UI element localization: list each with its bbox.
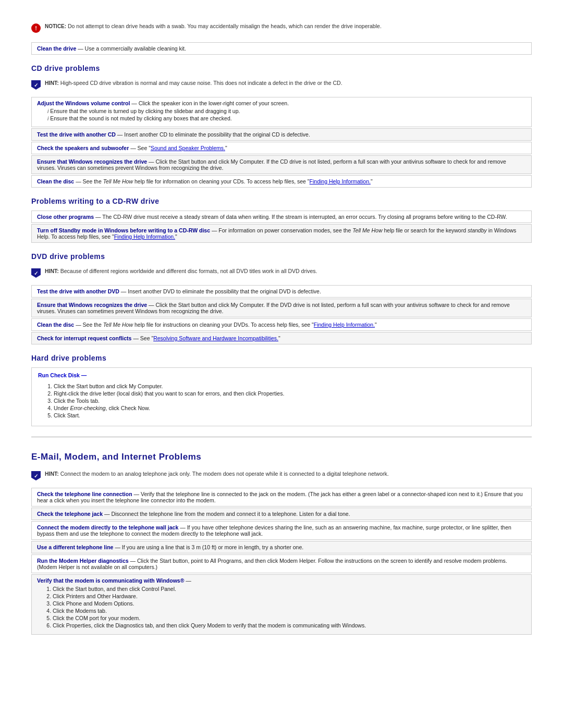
email-verify-step6: Click Properties, click the Diagnostics … <box>53 622 526 628</box>
notice-text: NOTICE: Do not attempt to clean drive he… <box>45 23 382 29</box>
cd-hint-box: ✓ HINT: High-speed CD drive vibration is… <box>31 78 532 92</box>
clean-drive-rest: — Use a commercially available cleaning … <box>78 45 186 52</box>
cdrw-section-title: Problems writing to a CD-RW drive <box>31 197 532 205</box>
dvd-hint-icon: ✓ <box>31 268 41 278</box>
dvd-row-test: Test the drive with another DVD — Insert… <box>31 285 532 298</box>
cd-row-speakers: Check the speakers and subwoofer — See "… <box>31 142 532 154</box>
cd-row-test: Test the drive with another CD — Insert … <box>31 128 532 141</box>
cd-row-recognize-bold: Ensure that Windows recognizes the drive <box>37 158 147 165</box>
email-row-diff-line: Use a different telephone line — If you … <box>31 541 532 553</box>
email-verify-step5: Click the COM port for your modem. <box>53 615 526 621</box>
email-phone-connection-bold: Check the telephone line connection <box>37 491 132 497</box>
dvd-hint-text: HINT: Because of different regions world… <box>45 268 317 274</box>
email-row-modem-helper: Run the Modem Helper diagnostics — Click… <box>31 554 532 573</box>
dvd-row-test-bold: Test the drive with another DVD <box>37 288 119 294</box>
email-modem-helper-bold: Run the Modem Helper diagnostics <box>37 558 129 564</box>
email-verify-modem-steps: Click the Start button, and then click C… <box>37 584 526 632</box>
email-verify-step1: Click the Start button, and then click C… <box>53 586 526 592</box>
cd-row-test-bold: Test the drive with another CD <box>37 131 116 138</box>
cdrw-standby-bold: Turn off Standby mode in Windows before … <box>37 227 210 233</box>
dvd-row-recognize: Ensure that Windows recognizes the drive… <box>31 299 532 317</box>
notice-label: NOTICE: <box>45 23 66 29</box>
cd-volume-sub1: Ensure that the volume is turned up by c… <box>47 108 526 114</box>
email-hint-text: HINT: Connect the modem to an analog tel… <box>45 471 389 477</box>
dvd-row-interrupt-text: — See "Resolving Software and Hardware I… <box>133 335 280 341</box>
cdrw-close-bold: Close other programs <box>37 214 94 220</box>
clean-drive-bold: Clean the drive <box>37 45 76 52</box>
email-diff-line-bold: Use a different telephone line <box>37 544 113 550</box>
dvd-row-disc-text: — See the Tell Me How help file for inst… <box>76 322 377 328</box>
cd-row-disc: Clean the disc — See the Tell Me How hel… <box>31 175 532 188</box>
email-diff-line-text: — If you are using a line that is 3 m (1… <box>115 544 303 550</box>
dvd-row-disc-bold: Clean the disc <box>37 322 74 328</box>
notice-body: Do not attempt to clean drive heads with… <box>68 23 382 29</box>
cd-row-recognize: Ensure that Windows recognizes the drive… <box>31 155 532 174</box>
cd-row-volume-bold: Adjust the Windows volume control <box>37 100 130 106</box>
email-row-verify-modem: Verify that the modem is communicating w… <box>31 574 532 635</box>
run-check-step5: Click Start. <box>54 412 525 418</box>
dvd-row-test-text: — Insert another DVD to eliminate the po… <box>121 288 321 294</box>
email-verify-step2: Click Printers and Other Hardware. <box>53 593 526 599</box>
cd-hint-content: High-speed CD drive vibration is normal … <box>60 80 342 86</box>
cd-hint-icon: ✓ <box>31 80 41 90</box>
cd-row-speakers-bold: Check the speakers and subwoofer <box>37 145 129 151</box>
dvd-hint-content: Because of different regions worldwide a… <box>60 268 317 274</box>
run-check-step4: Under Error-checking, click Check Now. <box>54 405 525 411</box>
harddrive-section-title: Hard drive problems <box>31 354 532 362</box>
email-verify-modem-bold: Verify that the modem is communicating w… <box>37 577 184 584</box>
email-wall-jack-bold: Connect the modem directly to the teleph… <box>37 524 178 530</box>
cd-row-speakers-text: — See "Sound and Speaker Problems." <box>130 145 227 151</box>
email-verify-step3: Click Phone and Modem Options. <box>53 600 526 607</box>
cdrw-close-text: — The CD-RW drive must receive a steady … <box>95 214 507 220</box>
email-phone-jack-bold: Check the telephone jack <box>37 511 103 517</box>
run-check-step2: Right-click the drive letter (local disk… <box>54 390 525 397</box>
run-check-steps: Click the Start button and click My Comp… <box>38 381 525 422</box>
dvd-section-title: DVD drive problems <box>31 252 532 261</box>
run-check-step3: Click the Tools tab. <box>54 398 525 404</box>
email-row-phone-connection: Check the telephone line connection — Ve… <box>31 488 532 507</box>
cdrw-row-standby: Turn off Standby mode in Windows before … <box>31 224 532 243</box>
notice-icon: ! <box>31 23 41 33</box>
email-verify-modem-dash: — <box>186 577 191 584</box>
clean-drive-text: Clean the drive — Use a commercially ava… <box>37 45 186 52</box>
notice-box: ! NOTICE: Do not attempt to clean drive … <box>31 21 532 35</box>
run-check-title: Run Check Disk — <box>38 372 525 378</box>
email-hint-icon: ✓ <box>31 471 41 480</box>
cd-row-disc-text: — See the Tell Me How help file for info… <box>76 178 373 184</box>
cd-row-disc-bold: Clean the disc <box>37 178 74 184</box>
email-verify-step4: Click the Modems tab. <box>53 608 526 614</box>
cd-row-volume: Adjust the Windows volume control — Clic… <box>31 97 532 127</box>
speakers-link[interactable]: Sound and Speaker Problems. <box>151 145 225 151</box>
dvd-resolving-link[interactable]: Resolving Software and Hardware Incompat… <box>153 335 278 341</box>
cdrw-finding-help-link[interactable]: Finding Help Information. <box>114 233 175 240</box>
cd-row-volume-text: — Click the speaker icon in the lower-ri… <box>131 100 289 106</box>
cd-volume-sub2: Ensure that the sound is not muted by cl… <box>47 115 526 121</box>
email-section-title: E-Mail, Modem, and Internet Problems <box>31 452 532 462</box>
cdrw-row-close: Close other programs — The CD-RW drive m… <box>31 211 532 223</box>
cd-row-test-text: — Insert another CD to eliminate the pos… <box>117 131 310 138</box>
email-phone-jack-text: — Disconnect the telephone line from the… <box>104 511 350 517</box>
dvd-row-interrupt-bold: Check for interrupt request conflicts <box>37 335 131 341</box>
dvd-row-disc: Clean the disc — See the Tell Me How hel… <box>31 318 532 331</box>
cd-finding-help-link[interactable]: Finding Help Information. <box>310 178 371 184</box>
email-row-phone-jack: Check the telephone jack — Disconnect th… <box>31 508 532 520</box>
section-divider <box>31 437 532 437</box>
email-hint-box: ✓ HINT: Connect the modem to an analog t… <box>31 468 532 483</box>
dvd-row-interrupt: Check for interrupt request conflicts — … <box>31 332 532 344</box>
email-row-wall-jack: Connect the modem directly to the teleph… <box>31 521 532 540</box>
email-hint-content: Connect the modem to an analog telephone… <box>60 471 389 477</box>
cd-section-title: CD drive problems <box>31 64 532 72</box>
cd-hint-text: HINT: High-speed CD drive vibration is n… <box>45 80 342 86</box>
run-check-step1: Click the Start button and click My Comp… <box>54 383 525 389</box>
run-check-box: Run Check Disk — Click the Start button … <box>31 367 532 426</box>
cd-volume-sublist: Ensure that the volume is turned up by c… <box>37 106 526 124</box>
dvd-row-recognize-bold: Ensure that Windows recognizes the drive <box>37 302 147 308</box>
clean-drive-row: Clean the drive — Use a commercially ava… <box>31 42 532 55</box>
dvd-finding-help-link[interactable]: Finding Help Information. <box>314 322 375 328</box>
dvd-hint-box: ✓ HINT: Because of different regions wor… <box>31 266 532 280</box>
